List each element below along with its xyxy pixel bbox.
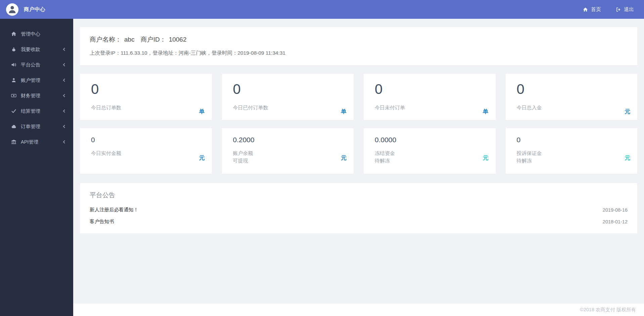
merchant-info-card: 商户名称： abc 商户ID： 10062 上次登录IP：111.6.33.10… xyxy=(80,27,637,65)
stat-card-total-orders: 0 今日总订单数 单 xyxy=(80,74,212,120)
stat-value: 0.2000 xyxy=(233,136,343,143)
logout-link[interactable]: 退出 xyxy=(616,6,634,13)
merchant-identity-line: 商户名称： abc 商户ID： 10062 xyxy=(90,35,628,44)
announcements-card: 平台公告 新人注册后必看通知！ 2019-08-16 客户告知书 2018-01… xyxy=(80,183,637,233)
merchant-id-value: 10062 xyxy=(169,36,187,43)
stat-label: 今日总入金 xyxy=(517,104,627,111)
api-bank-icon xyxy=(11,139,16,145)
stat-value: 0 xyxy=(233,82,343,96)
chevron-left-icon xyxy=(63,48,66,51)
sidebar-item-label: 管理中心 xyxy=(21,31,40,37)
stat-label: 今日总订单数 xyxy=(91,104,201,111)
user-avatar[interactable] xyxy=(6,3,18,16)
stat-value: 0 xyxy=(91,82,201,96)
home-icon xyxy=(583,7,588,12)
announcements-title: 平台公告 xyxy=(90,191,628,200)
stat-value: 0 xyxy=(517,136,627,143)
stat-value: 0 xyxy=(375,82,485,96)
chevron-left-icon xyxy=(63,94,66,97)
announcement-link[interactable]: 新人注册后必看通知！ xyxy=(90,207,138,213)
user-icon xyxy=(11,77,16,83)
stat-sublabel: 可提现 xyxy=(233,157,343,164)
sidebar-item-api-management[interactable]: API管理 xyxy=(0,134,73,150)
main-content: 商户名称： abc 商户ID： 10062 上次登录IP：111.6.33.10… xyxy=(73,19,644,304)
sidebar-item-label: 平台公告 xyxy=(21,62,40,68)
copyright-text: ©2018 农商支付 版权所有 xyxy=(580,307,636,313)
sidebar-item-platform-announcement[interactable]: 平台公告 xyxy=(0,57,73,72)
stat-unit: 单 xyxy=(483,108,489,115)
navbar-actions: 首页 退出 xyxy=(583,6,634,13)
chevron-left-icon xyxy=(63,63,66,66)
user-avatar-icon xyxy=(7,4,17,16)
sidebar-item-label: 结算管理 xyxy=(21,108,40,114)
order-cloud-icon xyxy=(11,124,16,129)
stat-card-paid-amount: 0 今日实付金额 元 xyxy=(80,128,212,174)
stat-sublabel: 待解冻 xyxy=(517,157,627,164)
stat-label: 今日已付订单数 xyxy=(233,104,343,111)
stat-card-total-income: 0 今日总入金 元 xyxy=(506,74,638,120)
top-navbar: 商户中心 首页 退出 xyxy=(0,0,644,19)
logout-link-label: 退出 xyxy=(624,6,634,13)
sidebar: 管理中心 我要收款 平台公告 xyxy=(0,19,73,316)
stats-row-2: 0 今日实付金额 元 0.2000 账户余额 可提现 元 0.0000 冻结资金 xyxy=(80,128,637,174)
home-link[interactable]: 首页 xyxy=(583,6,601,13)
announcement-link[interactable]: 客户告知书 xyxy=(90,218,114,225)
stat-label: 今日实付金额 xyxy=(91,150,201,157)
home-icon xyxy=(11,31,16,37)
settlement-check-icon xyxy=(11,108,16,114)
chevron-left-icon xyxy=(63,109,66,113)
announcement-row: 新人注册后必看通知！ 2019-08-16 xyxy=(90,207,628,213)
stat-unit: 元 xyxy=(625,154,630,162)
announcement-date: 2018-01-12 xyxy=(603,219,628,224)
receive-payment-icon xyxy=(11,47,16,52)
stat-value: 0 xyxy=(517,82,627,96)
stat-label: 账户余额 xyxy=(233,150,343,157)
stat-card-complaint-deposit: 0 投诉保证金 待解冻 元 xyxy=(506,128,638,174)
stat-sublabel: 待解冻 xyxy=(375,157,485,164)
stat-card-unpaid-orders: 0 今日未付订单 单 xyxy=(364,74,496,120)
merchant-name-value: abc xyxy=(124,36,135,43)
merchant-name-label: 商户名称： xyxy=(90,35,122,44)
sidebar-item-admin-center[interactable]: 管理中心 xyxy=(0,26,73,42)
stat-unit: 元 xyxy=(483,154,489,162)
stat-value: 0 xyxy=(91,136,201,143)
stats-row-1: 0 今日总订单数 单 0 今日已付订单数 单 0 今日未付订单 单 xyxy=(80,74,637,120)
sidebar-item-settlement-management[interactable]: 结算管理 xyxy=(0,103,73,119)
brand-area: 商户中心 xyxy=(6,3,45,16)
finance-icon xyxy=(11,93,16,98)
merchant-id-label: 商户ID： xyxy=(141,35,166,44)
announcement-icon xyxy=(11,62,16,67)
sidebar-item-label: API管理 xyxy=(21,139,38,145)
stat-card-paid-orders: 0 今日已付订单数 单 xyxy=(222,74,354,120)
stat-unit: 元 xyxy=(625,108,630,115)
sidebar-item-finance-management[interactable]: 财务管理 xyxy=(0,88,73,103)
stat-unit: 单 xyxy=(341,108,347,115)
stat-card-frozen-funds: 0.0000 冻结资金 待解冻 元 xyxy=(364,128,496,174)
sidebar-item-label: 账户管理 xyxy=(21,77,40,84)
sidebar-item-account-management[interactable]: 账户管理 xyxy=(0,72,73,88)
app-title: 商户中心 xyxy=(24,6,45,13)
stat-label: 冻结资金 xyxy=(375,150,485,157)
stat-card-account-balance: 0.2000 账户余额 可提现 元 xyxy=(222,128,354,174)
stat-unit: 元 xyxy=(199,154,205,162)
sidebar-item-receive-payment[interactable]: 我要收款 xyxy=(0,42,73,57)
sidebar-item-order-management[interactable]: 订单管理 xyxy=(0,119,73,134)
announcement-row: 客户告知书 2018-01-12 xyxy=(90,218,628,225)
home-link-label: 首页 xyxy=(591,6,601,13)
sidebar-item-label: 订单管理 xyxy=(21,123,40,130)
merchant-dashboard: 商户中心 首页 退出 xyxy=(0,0,644,316)
stat-value: 0.0000 xyxy=(375,136,485,143)
announcement-date: 2019-08-16 xyxy=(603,207,628,213)
stat-label: 投诉保证金 xyxy=(517,150,627,157)
chevron-left-icon xyxy=(63,78,66,82)
chevron-left-icon xyxy=(63,140,66,144)
sign-out-icon xyxy=(616,7,621,12)
stat-unit: 单 xyxy=(199,108,205,115)
stat-unit: 元 xyxy=(341,154,347,162)
chevron-left-icon xyxy=(63,125,66,128)
sidebar-item-label: 我要收款 xyxy=(21,46,40,53)
page-footer: ©2018 农商支付 版权所有 xyxy=(73,304,644,316)
sidebar-item-label: 财务管理 xyxy=(21,93,40,99)
stat-label: 今日未付订单 xyxy=(375,104,485,111)
last-login-line: 上次登录IP：111.6.33.10，登录地址：河南-三门峡，登录时间：2019… xyxy=(90,50,628,57)
